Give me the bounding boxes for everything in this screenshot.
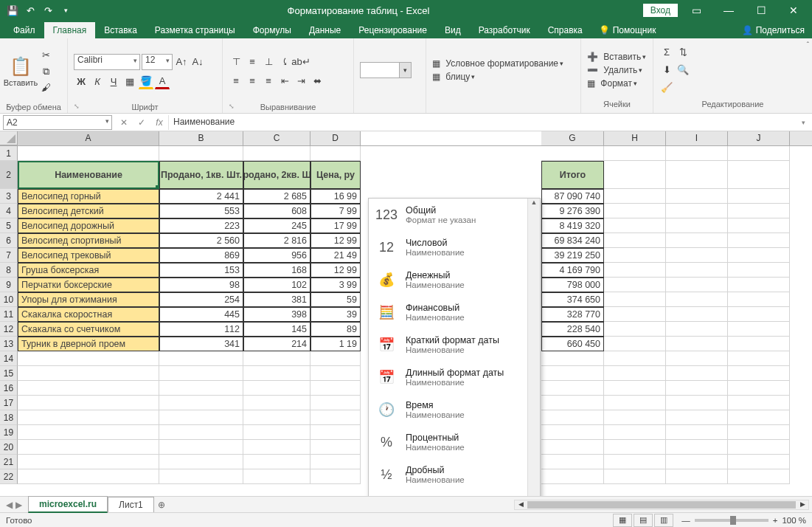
align-center-icon[interactable]: ≡ xyxy=(245,74,260,89)
col-header[interactable]: D xyxy=(310,131,361,145)
cell[interactable]: Перчатки боксерские xyxy=(18,278,159,292)
numfmt-item[interactable]: 123ОбщийФормат не указан xyxy=(369,199,540,231)
name-box[interactable]: A2 xyxy=(3,115,112,130)
cell[interactable]: 341 xyxy=(159,337,243,351)
qat-customize-icon[interactable]: ▾ xyxy=(58,2,74,18)
cell[interactable]: 553 xyxy=(159,204,243,218)
tab-review[interactable]: Рецензирование xyxy=(350,22,436,38)
dec-indent-icon[interactable]: ⇤ xyxy=(277,74,292,89)
autosum-icon[interactable]: Σ xyxy=(659,45,674,60)
copy-icon[interactable]: ⧉ xyxy=(38,64,53,79)
cell[interactable]: 223 xyxy=(159,218,243,233)
col-header[interactable]: G xyxy=(541,131,604,145)
tab-page-layout[interactable]: Разметка страницы xyxy=(146,22,244,38)
delete-cells-button[interactable]: ➖ Удалить▾ xyxy=(587,65,642,75)
undo-icon[interactable]: ↶ xyxy=(22,2,38,18)
cell[interactable]: 98 xyxy=(159,278,243,292)
cell[interactable]: Велосипед спортивный xyxy=(18,233,159,248)
format-table-button[interactable]: ▦ блицу▾ xyxy=(432,72,475,82)
cell[interactable]: 16 99 xyxy=(310,189,361,204)
cell[interactable]: 869 xyxy=(159,248,243,263)
page-break-view-icon[interactable]: ▥ xyxy=(654,514,673,527)
tell-me[interactable]: 💡Помощник xyxy=(591,22,664,38)
numfmt-item[interactable]: 🕐ВремяНаименование xyxy=(369,393,540,426)
underline-button[interactable]: Ч xyxy=(106,75,121,89)
close-icon[interactable]: ✕ xyxy=(780,2,808,18)
clipboard-launcher-icon[interactable]: ⤡ xyxy=(6,103,61,110)
row-header[interactable]: 19 xyxy=(0,425,18,440)
tab-data[interactable]: Данные xyxy=(300,22,350,38)
save-icon[interactable]: 💾 xyxy=(4,2,21,18)
row-header[interactable]: 22 xyxy=(0,469,18,484)
cell[interactable]: 168 xyxy=(243,263,310,278)
cell[interactable]: 2 560 xyxy=(159,233,243,248)
redo-icon[interactable]: ↷ xyxy=(40,2,56,18)
maximize-icon[interactable]: ☐ xyxy=(747,2,775,18)
col-header[interactable]: B xyxy=(159,131,243,145)
cell[interactable]: 2 816 xyxy=(243,233,310,248)
row-header[interactable]: 16 xyxy=(0,381,18,396)
merge-button[interactable]: ⬌ xyxy=(310,74,325,89)
row-header[interactable]: 4 xyxy=(0,204,18,218)
row-header[interactable]: 5 xyxy=(0,218,18,233)
fx-icon[interactable]: fx xyxy=(150,117,168,128)
cell[interactable]: Упоры для отжимания xyxy=(18,292,159,307)
cell[interactable]: 12 99 xyxy=(310,263,361,278)
cell[interactable]: 112 xyxy=(159,322,243,337)
cell[interactable]: 153 xyxy=(159,263,243,278)
grow-font-icon[interactable]: A↑ xyxy=(174,55,189,69)
sheet-nav-prev-icon[interactable]: ◀ xyxy=(6,500,13,510)
cell[interactable]: 21 49 xyxy=(310,248,361,263)
cut-icon[interactable]: ✂ xyxy=(38,48,53,63)
zoom-slider[interactable] xyxy=(695,519,768,522)
tab-formulas[interactable]: Формулы xyxy=(244,22,300,38)
row-header[interactable]: 2 xyxy=(0,161,18,189)
cell[interactable]: 1 19 xyxy=(310,337,361,351)
ribbon-options-icon[interactable]: ▭ xyxy=(682,2,710,18)
cell[interactable]: 445 xyxy=(159,307,243,322)
numfmt-item[interactable]: 📅Краткий формат датыНаименование xyxy=(369,328,540,361)
cell[interactable]: 254 xyxy=(159,292,243,307)
numfmt-dropdown-icon[interactable]: ▾ xyxy=(399,63,411,78)
row-header[interactable]: 9 xyxy=(0,278,18,292)
col-header[interactable]: A xyxy=(18,131,159,145)
fmt-painter-icon[interactable]: 🖌 xyxy=(38,80,53,95)
row-header[interactable]: 17 xyxy=(0,396,18,410)
tab-file[interactable]: Файл xyxy=(4,22,44,38)
italic-button[interactable]: К xyxy=(90,75,105,89)
scroll-thumb[interactable] xyxy=(527,501,796,509)
cell[interactable]: 381 xyxy=(243,292,310,307)
cell[interactable]: 87 090 740 xyxy=(541,189,604,204)
number-format-combo[interactable]: ▾ xyxy=(360,62,412,78)
cell[interactable]: 102 xyxy=(243,278,310,292)
cell[interactable]: 660 450 xyxy=(541,337,604,351)
expand-fbar-icon[interactable]: ▾ xyxy=(794,119,812,126)
numfmt-item[interactable]: 💰ДенежныйНаименование xyxy=(369,264,540,296)
formula-input[interactable]: Наименование xyxy=(168,115,794,130)
cell[interactable]: 39 xyxy=(310,307,361,322)
sign-in-button[interactable]: Вход xyxy=(643,4,678,17)
cell[interactable]: Итого xyxy=(541,161,604,189)
zoom-level[interactable]: 100 % xyxy=(782,516,806,525)
cell[interactable]: Скакалка скоростная xyxy=(18,307,159,322)
tab-insert[interactable]: Вставка xyxy=(95,22,146,38)
row-header[interactable]: 11 xyxy=(0,307,18,322)
row-header[interactable]: 1 xyxy=(0,146,18,161)
new-sheet-button[interactable]: ⊕ xyxy=(154,500,169,510)
align-launcher-icon[interactable]: ⤡ xyxy=(229,103,347,110)
tab-help[interactable]: Справка xyxy=(539,22,591,38)
tab-developer[interactable]: Разработчик xyxy=(470,22,539,38)
cell[interactable]: 89 xyxy=(310,322,361,337)
cell[interactable]: 245 xyxy=(243,218,310,233)
cell[interactable]: 8 419 320 xyxy=(541,218,604,233)
cell[interactable]: Турник в дверной проем xyxy=(18,337,159,351)
page-layout-view-icon[interactable]: ▤ xyxy=(634,514,653,527)
cell[interactable]: Велосипед детский xyxy=(18,204,159,218)
fill-color-button[interactable]: 🪣 xyxy=(139,75,153,89)
col-header[interactable]: H xyxy=(604,131,666,145)
scroll-up-icon[interactable]: ▲ xyxy=(528,199,540,210)
cell[interactable]: 17 99 xyxy=(310,218,361,233)
dropdown-scrollbar[interactable]: ▲ ▼ xyxy=(527,199,540,496)
fill-icon[interactable]: ⬇ xyxy=(659,63,674,78)
worksheet-grid[interactable]: A B C D G H I J 12НаименованиеПродано, 1… xyxy=(0,131,812,496)
